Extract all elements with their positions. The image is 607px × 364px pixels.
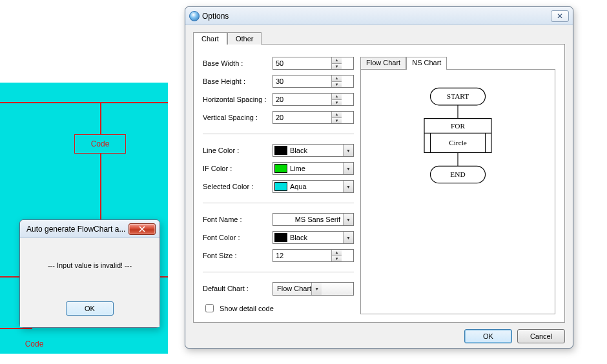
chevron-up-icon[interactable]: ▲ [332, 112, 342, 118]
alert-body: --- Input value is invalid! --- OK [20, 238, 159, 327]
canvas-node: Code [12, 336, 57, 352]
canvas-line [100, 154, 101, 225]
chevron-down-icon[interactable]: ▼ [343, 232, 353, 243]
alert-ok-button[interactable]: OK [66, 301, 114, 316]
font-name-combo[interactable]: MS Sans Serif ▼ [273, 213, 354, 226]
line-color-label: Line Color : [203, 147, 273, 154]
base-height-input[interactable] [273, 76, 331, 87]
if-color-swatch [274, 164, 287, 173]
base-width-stepper[interactable]: ▲▼ [273, 57, 354, 70]
close-icon[interactable] [129, 223, 156, 235]
sel-color-combo[interactable]: Aqua ▼ [273, 180, 354, 193]
preview-end: END [450, 170, 465, 178]
chevron-down-icon[interactable]: ▼ [332, 100, 342, 106]
tab-chart[interactable]: Chart [193, 32, 227, 45]
base-width-label: Base Width : [203, 59, 273, 67]
chevron-down-icon[interactable]: ▼ [343, 163, 353, 174]
hspacing-stepper[interactable]: ▲▼ [273, 93, 354, 106]
font-size-stepper[interactable]: ▲▼ [273, 249, 354, 262]
chevron-down-icon[interactable]: ▼ [332, 256, 342, 262]
close-icon[interactable]: ✕ [551, 10, 569, 22]
tab-other[interactable]: Other [227, 32, 262, 45]
chevron-down-icon[interactable]: ▼ [332, 82, 342, 88]
chevron-down-icon[interactable]: ▼ [343, 145, 353, 156]
show-detail-checkbox[interactable] [205, 304, 214, 312]
hspacing-input[interactable] [273, 94, 331, 105]
font-name-text: MS Sans Serif [277, 216, 343, 223]
base-width-input[interactable] [273, 57, 331, 69]
options-title: Options [202, 12, 551, 21]
default-chart-label: Default Chart : [203, 285, 273, 292]
preview-start: START [447, 92, 469, 100]
hspacing-label: Horizontal Spacing : [203, 96, 273, 103]
alert-dialog: Auto generate FlowChart a... --- Input v… [19, 219, 160, 328]
font-color-text: Black [290, 234, 343, 241]
show-detail-label: Show detail code [220, 305, 274, 312]
chevron-down-icon[interactable]: ▼ [332, 118, 342, 124]
app-icon [189, 11, 200, 21]
preview-circle: Circle [449, 139, 467, 147]
chevron-down-icon[interactable]: ▼ [332, 64, 342, 70]
cancel-button[interactable]: Cancel [517, 329, 565, 343]
preview-svg: START FOR Circle END [361, 70, 555, 314]
line-color-swatch [274, 146, 287, 155]
vspacing-input[interactable] [273, 112, 331, 123]
chevron-up-icon[interactable]: ▲ [332, 94, 342, 100]
chevron-down-icon[interactable]: ▼ [343, 181, 353, 192]
canvas-line [0, 102, 168, 103]
alert-titlebar[interactable]: Auto generate FlowChart a... [20, 220, 159, 238]
chevron-down-icon[interactable]: ▼ [311, 283, 322, 295]
sel-color-swatch [274, 182, 287, 191]
preview-tab-flow[interactable]: Flow Chart [360, 57, 406, 70]
canvas-node[interactable]: Code [74, 134, 126, 154]
canvas-node-label: Code [25, 339, 44, 349]
canvas-node-label: Code [91, 139, 110, 148]
default-chart-text: Flow Chart [277, 285, 311, 292]
font-size-label: Font Size : [203, 252, 273, 259]
sel-color-label: Selected Color : [203, 183, 273, 190]
preview-for: FOR [451, 122, 465, 130]
vspacing-stepper[interactable]: ▲▼ [273, 111, 354, 124]
alert-message: --- Input value is invalid! --- [48, 261, 132, 269]
preview-tab-ns[interactable]: NS Chart [406, 57, 447, 70]
alert-title: Auto generate FlowChart a... [26, 225, 129, 234]
chevron-up-icon[interactable]: ▲ [332, 250, 342, 256]
preview-panel: START FOR Circle END [360, 69, 555, 314]
line-color-text: Black [290, 147, 343, 154]
font-color-label: Font Color : [203, 234, 273, 241]
show-detail-checkbox-row[interactable]: Show detail code [203, 302, 354, 314]
font-color-combo[interactable]: Black ▼ [273, 231, 354, 244]
ok-button[interactable]: OK [464, 329, 512, 343]
chevron-up-icon[interactable]: ▲ [332, 57, 342, 64]
sel-color-text: Aqua [290, 183, 343, 190]
canvas-line [0, 328, 32, 329]
options-dialog: Options ✕ Chart Other Base Width : ▲▼ Ba… [185, 6, 573, 349]
if-color-label: IF Color : [203, 165, 273, 172]
options-titlebar[interactable]: Options ✕ [185, 7, 573, 25]
options-tabstrip: Chart Other [193, 32, 565, 44]
base-height-label: Base Height : [203, 77, 273, 85]
chevron-down-icon[interactable]: ▼ [343, 214, 353, 225]
preview-tabstrip: Flow Chart NS Chart [360, 56, 555, 69]
if-color-text: Lime [290, 165, 343, 172]
if-color-combo[interactable]: Lime ▼ [273, 162, 354, 175]
chevron-up-icon[interactable]: ▲ [332, 76, 342, 82]
line-color-combo[interactable]: Black ▼ [273, 144, 354, 157]
font-color-swatch [274, 233, 287, 242]
vspacing-label: Vertical Spacing : [203, 114, 273, 121]
tabpanel-chart: Base Width : ▲▼ Base Height : ▲▼ Horizon… [193, 44, 565, 323]
base-height-stepper[interactable]: ▲▼ [273, 75, 354, 88]
canvas-line [100, 102, 101, 134]
font-name-label: Font Name : [203, 216, 273, 223]
font-size-input[interactable] [273, 250, 331, 261]
default-chart-select[interactable]: Flow Chart ▼ [273, 282, 354, 296]
